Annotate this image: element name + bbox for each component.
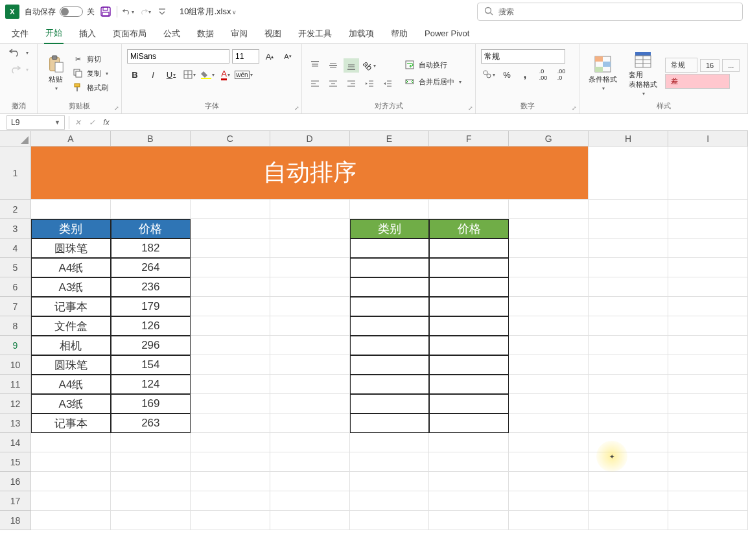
tab-文件[interactable]: 文件 bbox=[10, 24, 30, 43]
cell[interactable]: 类别 bbox=[31, 219, 111, 239]
cell[interactable] bbox=[429, 375, 509, 394]
cells-area[interactable]: 自动排序类别价格类别价格圆珠笔182A4纸264A3纸236记事本179文件盒1… bbox=[31, 146, 748, 530]
font-size-select[interactable] bbox=[232, 49, 259, 64]
cell[interactable] bbox=[429, 355, 509, 375]
cell[interactable]: 179 bbox=[111, 297, 191, 316]
cell[interactable] bbox=[31, 472, 111, 491]
cell-style-normal[interactable]: 常规 bbox=[665, 58, 697, 73]
cell[interactable] bbox=[668, 146, 748, 200]
autosave-switch[interactable] bbox=[60, 6, 83, 17]
accounting-button[interactable]: ▾ bbox=[481, 67, 497, 82]
cell[interactable] bbox=[589, 297, 668, 316]
cell[interactable]: 126 bbox=[111, 316, 191, 336]
cell[interactable] bbox=[589, 414, 668, 433]
filename[interactable]: 10组常用.xlsx∨ bbox=[180, 6, 237, 18]
cell[interactable] bbox=[350, 491, 430, 511]
cell[interactable] bbox=[589, 511, 668, 530]
cell[interactable] bbox=[589, 277, 668, 297]
cell[interactable] bbox=[589, 316, 668, 336]
cell[interactable] bbox=[509, 219, 589, 239]
cell[interactable] bbox=[350, 414, 430, 433]
cell[interactable] bbox=[589, 200, 668, 219]
tab-公式[interactable]: 公式 bbox=[162, 24, 181, 43]
cell[interactable] bbox=[589, 355, 668, 375]
row-header-18[interactable]: 18 bbox=[0, 511, 31, 530]
row-header-3[interactable]: 3 bbox=[0, 219, 31, 239]
cell[interactable] bbox=[350, 355, 430, 375]
save-icon[interactable] bbox=[100, 6, 111, 18]
col-header-E[interactable]: E bbox=[350, 131, 430, 146]
increase-font-button[interactable]: A▴ bbox=[262, 49, 277, 64]
cell[interactable] bbox=[509, 452, 589, 472]
cell[interactable] bbox=[350, 452, 430, 472]
row-header-12[interactable]: 12 bbox=[0, 394, 31, 414]
cell[interactable] bbox=[429, 239, 509, 258]
row-header-13[interactable]: 13 bbox=[0, 414, 31, 433]
row-header-17[interactable]: 17 bbox=[0, 491, 31, 511]
tab-视图[interactable]: 视图 bbox=[263, 24, 283, 43]
cell[interactable] bbox=[350, 200, 430, 219]
cell[interactable] bbox=[429, 511, 509, 530]
increase-decimal-button[interactable]: .0.00 bbox=[535, 67, 551, 82]
cell-style-more[interactable]: ... bbox=[722, 59, 740, 72]
cell[interactable] bbox=[429, 491, 509, 511]
cell[interactable] bbox=[429, 258, 509, 277]
cell[interactable] bbox=[589, 491, 668, 511]
row-header-1[interactable]: 1 bbox=[0, 146, 31, 200]
row-header-10[interactable]: 10 bbox=[0, 355, 31, 375]
col-header-C[interactable]: C bbox=[191, 131, 270, 146]
cell[interactable]: 182 bbox=[111, 239, 191, 258]
cell[interactable] bbox=[191, 200, 270, 219]
cell[interactable] bbox=[589, 394, 668, 414]
cell[interactable] bbox=[350, 239, 430, 258]
cell[interactable]: 记事本 bbox=[31, 414, 111, 433]
qat-customize-icon[interactable] bbox=[156, 6, 168, 18]
cell[interactable] bbox=[111, 200, 191, 219]
cell[interactable] bbox=[668, 277, 748, 297]
alignment-launcher-icon[interactable]: ⤢ bbox=[468, 105, 473, 111]
cell[interactable] bbox=[191, 355, 270, 375]
number-launcher-icon[interactable]: ⤢ bbox=[572, 105, 577, 111]
cell[interactable] bbox=[191, 258, 270, 277]
row-header-2[interactable]: 2 bbox=[0, 200, 31, 219]
row-header-8[interactable]: 8 bbox=[0, 316, 31, 336]
cell-style-bad[interactable]: 差 bbox=[665, 74, 730, 89]
row-header-14[interactable]: 14 bbox=[0, 433, 31, 452]
cell[interactable] bbox=[350, 297, 430, 316]
tab-审阅[interactable]: 审阅 bbox=[229, 24, 249, 43]
cell[interactable] bbox=[350, 277, 430, 297]
bold-button[interactable]: B bbox=[127, 67, 143, 82]
cell[interactable] bbox=[429, 277, 509, 297]
cell[interactable] bbox=[589, 146, 668, 200]
cell[interactable] bbox=[191, 452, 270, 472]
row-header-15[interactable]: 15 bbox=[0, 452, 31, 472]
cell[interactable] bbox=[191, 511, 270, 530]
phonetic-button[interactable]: wén▾ bbox=[236, 67, 251, 82]
cell[interactable]: 236 bbox=[111, 277, 191, 297]
cell[interactable] bbox=[589, 258, 668, 277]
cell[interactable] bbox=[509, 200, 589, 219]
cell[interactable] bbox=[429, 472, 509, 491]
paste-button[interactable]: 粘贴▾ bbox=[43, 52, 69, 94]
cell[interactable] bbox=[509, 375, 589, 394]
fx-button[interactable]: fx bbox=[99, 115, 113, 130]
cell[interactable] bbox=[429, 316, 509, 336]
merge-center-button[interactable]: 合并后居中▾ bbox=[404, 75, 462, 88]
font-color-button[interactable]: A▾ bbox=[218, 67, 233, 82]
col-header-I[interactable]: I bbox=[668, 131, 748, 146]
tab-开发工具[interactable]: 开发工具 bbox=[297, 24, 333, 43]
copy-button[interactable]: 复制▾ bbox=[73, 67, 108, 80]
cell[interactable] bbox=[668, 297, 748, 316]
cell[interactable]: 154 bbox=[111, 355, 191, 375]
search-input[interactable]: 搜索 bbox=[477, 3, 743, 21]
cell[interactable] bbox=[509, 491, 589, 511]
cell[interactable] bbox=[270, 414, 350, 433]
cell[interactable] bbox=[270, 394, 350, 414]
number-format-select[interactable] bbox=[481, 49, 565, 64]
redo-icon[interactable]: ▾ bbox=[139, 6, 151, 18]
cell[interactable]: 相机 bbox=[31, 336, 111, 355]
cell[interactable]: 124 bbox=[111, 375, 191, 394]
tab-数据[interactable]: 数据 bbox=[196, 24, 215, 43]
cell[interactable] bbox=[270, 297, 350, 316]
cell[interactable] bbox=[270, 491, 350, 511]
